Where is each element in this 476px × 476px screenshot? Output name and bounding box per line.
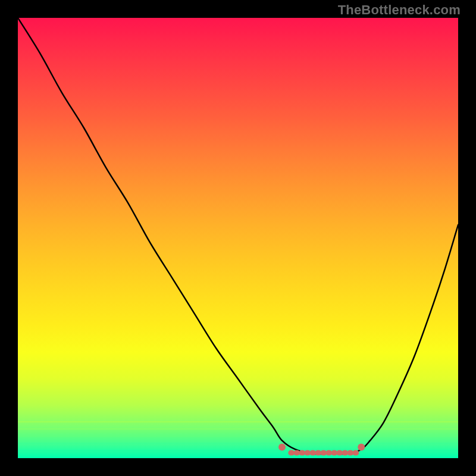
bottleneck-curve: [18, 18, 458, 458]
watermark-text: TheBottleneck.com: [338, 2, 461, 18]
plot-area: [18, 18, 458, 458]
chart-frame: TheBottleneck.com: [0, 0, 476, 476]
valley-marker-right: [358, 444, 365, 451]
valley-marker-left: [278, 444, 286, 451]
